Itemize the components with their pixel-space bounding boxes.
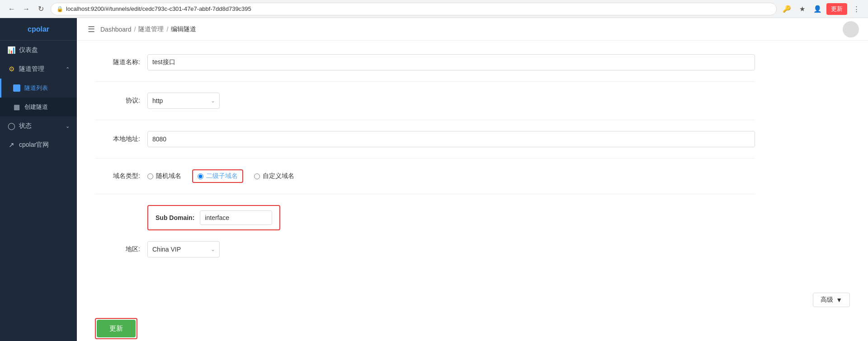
advanced-section: 高级 ▼ [77, 293, 868, 307]
local-addr-label: 本地地址: [95, 135, 140, 143]
breadcrumb-tunnel-mgmt[interactable]: 隧道管理 [138, 25, 164, 33]
browser-chrome: ← → ↻ 🔒 localhost:9200/#/tunnels/edit/ce… [0, 0, 868, 18]
sidebar-label-status: 状态 [19, 122, 62, 130]
cpolar-icon: ↗ [7, 141, 15, 149]
main-content: ☰ Dashboard / 隧道管理 / 编辑隧道 隧道名称: 协议: [77, 18, 868, 341]
protocol-label: 协议: [95, 97, 140, 105]
domain-type-label: 域名类型: [95, 172, 140, 180]
status-arrow: ⌄ [66, 123, 70, 129]
chrome-update-button[interactable]: 更新 [826, 3, 847, 15]
tunnel-name-label: 隧道名称: [95, 58, 140, 66]
local-addr-row: 本地地址: [95, 131, 755, 159]
lock-icon: 🔒 [57, 6, 63, 12]
back-button[interactable]: ← [5, 3, 18, 15]
update-btn-wrapper: 更新 [95, 318, 137, 339]
radio-secondary[interactable]: 二级子域名 [192, 169, 243, 183]
sidebar-item-tunnel-list[interactable]: ■ 隧道列表 [0, 79, 77, 98]
tunnel-list-icon: ■ [13, 84, 21, 92]
sidebar-label-cpolar: cpolar官网 [19, 141, 70, 149]
tunnel-mgmt-arrow: ⌃ [66, 66, 70, 72]
profile-button[interactable]: 👤 [811, 3, 824, 15]
status-icon: ◯ [7, 122, 15, 130]
protocol-select[interactable]: http https tcp udp [147, 93, 220, 109]
breadcrumb-current: 编辑隧道 [171, 25, 196, 33]
sidebar-label-tunnel-list: 隧道列表 [24, 84, 70, 92]
form-area: 隧道名称: 协议: http https tcp udp ⌄ 本地 [77, 41, 773, 293]
radio-custom[interactable]: 自定义域名 [254, 172, 294, 180]
dashboard-icon: 📊 [7, 46, 15, 54]
sidebar-logo: cpolar [0, 18, 77, 41]
breadcrumb-sep-2: / [166, 26, 168, 33]
logo-text: cpolar [28, 25, 49, 33]
breadcrumb-sep-1: / [134, 26, 136, 33]
subdomain-input[interactable] [200, 210, 272, 225]
sidebar: cpolar 📊 仪表盘 ⚙ 隧道管理 ⌃ ■ 隧道列表 ▦ 创建隧道 [0, 18, 77, 341]
region-select-wrapper: China VIP China US HK ⌄ [147, 241, 220, 257]
region-label: 地区: [95, 245, 140, 253]
hamburger-button[interactable]: ☰ [86, 23, 97, 36]
protocol-select-wrapper: http https tcp udp ⌄ [147, 93, 220, 109]
topbar-right [843, 21, 859, 37]
topbar: ☰ Dashboard / 隧道管理 / 编辑隧道 [77, 18, 868, 41]
local-addr-input[interactable] [147, 131, 755, 147]
sidebar-item-dashboard[interactable]: 📊 仪表盘 [0, 41, 77, 60]
star-icon[interactable]: ★ [796, 3, 808, 15]
reload-button[interactable]: ↻ [34, 3, 47, 15]
update-button[interactable]: 更新 [97, 320, 136, 337]
breadcrumb-dashboard[interactable]: Dashboard [100, 26, 132, 33]
tunnel-mgmt-icon: ⚙ [7, 65, 15, 73]
menu-icon[interactable]: ⋮ [850, 3, 863, 15]
sidebar-item-status[interactable]: ◯ 状态 ⌄ [0, 117, 77, 135]
radio-random[interactable]: 随机域名 [147, 172, 181, 180]
subdomain-row: Sub Domain: [147, 205, 280, 230]
browser-nav-buttons: ← → ↻ [5, 3, 47, 15]
subdomain-label: Sub Domain: [156, 214, 194, 221]
breadcrumb: Dashboard / 隧道管理 / 编辑隧道 [100, 25, 196, 33]
domain-type-row: 域名类型: 随机域名 二级子域名 自定义域名 [95, 169, 755, 194]
address-bar[interactable]: 🔒 localhost:9200/#/tunnels/edit/cedc793c… [51, 3, 777, 15]
radio-custom-label: 自定义域名 [263, 172, 294, 180]
radio-random-input[interactable] [147, 173, 153, 179]
sidebar-item-create-tunnel[interactable]: ▦ 创建隧道 [0, 98, 77, 117]
advanced-arrow-icon: ▼ [836, 296, 842, 304]
avatar[interactable] [843, 21, 859, 37]
region-select[interactable]: China VIP China US HK [147, 241, 220, 257]
sidebar-label-create-tunnel: 创建隧道 [24, 103, 70, 111]
create-tunnel-icon: ▦ [13, 103, 21, 111]
region-row: 地区: China VIP China US HK ⌄ [95, 241, 755, 268]
radio-random-label: 随机域名 [156, 172, 181, 180]
protocol-row: 协议: http https tcp udp ⌄ [95, 93, 755, 120]
radio-secondary-label: 二级子域名 [206, 172, 238, 180]
key-icon[interactable]: 🔑 [780, 3, 793, 15]
browser-actions: 🔑 ★ 👤 更新 ⋮ [780, 3, 863, 15]
tunnel-name-row: 隧道名称: [95, 54, 755, 82]
sidebar-label-tunnel-mgmt: 隧道管理 [19, 65, 62, 73]
sidebar-submenu-tunnel: ■ 隧道列表 ▦ 创建隧道 [0, 79, 77, 117]
tunnel-name-input[interactable] [147, 54, 755, 70]
sidebar-item-cpolar[interactable]: ↗ cpolar官网 [0, 135, 77, 154]
sidebar-label-dashboard: 仪表盘 [19, 46, 70, 54]
app-wrapper: cpolar 📊 仪表盘 ⚙ 隧道管理 ⌃ ■ 隧道列表 ▦ 创建隧道 [0, 18, 868, 341]
radio-secondary-input[interactable] [198, 173, 203, 179]
forward-button[interactable]: → [20, 3, 33, 15]
domain-type-radio-group: 随机域名 二级子域名 自定义域名 [147, 169, 294, 183]
url-text: localhost:9200/#/tunnels/edit/cedc793c-c… [66, 5, 251, 12]
sidebar-item-tunnel-mgmt[interactable]: ⚙ 隧道管理 ⌃ [0, 60, 77, 79]
radio-custom-input[interactable] [254, 173, 260, 179]
update-section: 更新 [77, 318, 868, 339]
advanced-button[interactable]: 高级 ▼ [813, 293, 850, 307]
advanced-btn-label: 高级 [821, 296, 833, 304]
